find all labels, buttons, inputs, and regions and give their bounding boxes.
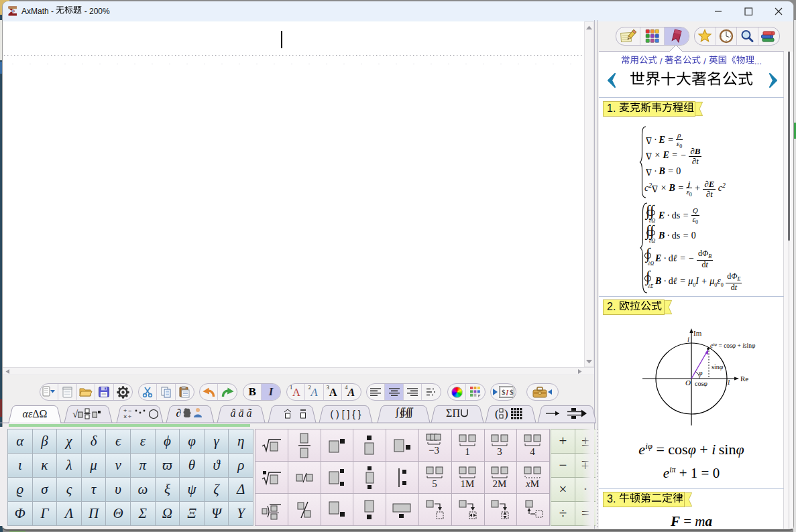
svg-text:Re: Re [740, 375, 748, 383]
svg-text:Im: Im [693, 329, 702, 337]
svg-text:5: 5 [432, 478, 437, 489]
svg-text:I: I [505, 387, 509, 397]
svg-text:xM: xM [525, 478, 539, 489]
svg-text:$: $ [510, 388, 514, 396]
svg-text:×: × [123, 413, 127, 420]
svg-text:÷: ÷ [128, 413, 131, 420]
svg-text:3: 3 [498, 446, 503, 457]
svg-text:φ: φ [699, 369, 703, 377]
svg-text:O: O [685, 379, 691, 387]
svg-text:2M: 2M [493, 478, 507, 489]
svg-text:1M: 1M [460, 478, 474, 489]
svg-text:4: 4 [530, 446, 536, 457]
svg-text:1: 1 [727, 379, 730, 386]
svg-text:eiφ = cosφ + isinφ: eiφ = cosφ + isinφ [710, 342, 755, 349]
svg-text:1: 1 [465, 446, 470, 457]
svg-text:−3: −3 [429, 445, 439, 456]
svg-text:√: √ [72, 409, 78, 419]
svg-text:sinφ: sinφ [712, 363, 724, 371]
svg-text:i: i [687, 335, 689, 343]
svg-text:cosφ: cosφ [695, 380, 707, 387]
